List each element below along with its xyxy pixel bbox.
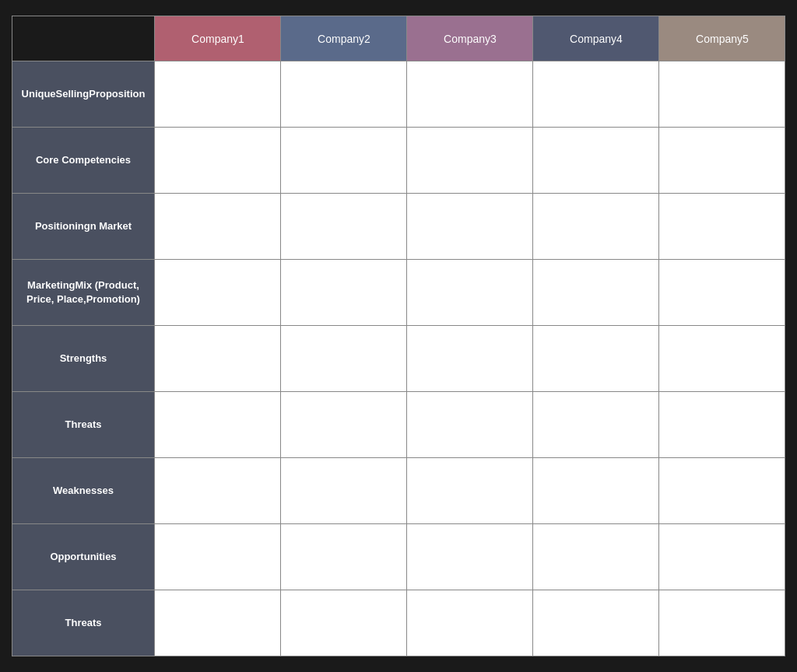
cell-marketing-mix-company2[interactable]	[281, 260, 407, 326]
cell-opportunities-company3[interactable]	[407, 524, 533, 590]
cell-strengths-company5[interactable]	[659, 326, 785, 392]
cell-threats-2-company4[interactable]	[533, 590, 659, 656]
cell-threats-2-company1[interactable]	[155, 590, 281, 656]
row-header-threats-2: Threats	[12, 590, 155, 656]
cell-threats-1-company4[interactable]	[533, 392, 659, 458]
cell-marketing-mix-company5[interactable]	[659, 260, 785, 326]
row-header-threats-1: Threats	[12, 392, 155, 458]
cell-core-competencies-company1[interactable]	[155, 128, 281, 194]
cell-weaknesses-company1[interactable]	[155, 458, 281, 524]
header-company5: Company5	[659, 16, 785, 61]
header-company1: Company1	[155, 16, 281, 61]
table-row: Opportunities	[12, 524, 785, 590]
cell-opportunities-company4[interactable]	[533, 524, 659, 590]
row-header-weaknesses: Weaknesses	[12, 458, 155, 524]
cell-weaknesses-company4[interactable]	[533, 458, 659, 524]
cell-core-competencies-company4[interactable]	[533, 128, 659, 194]
header-empty	[12, 16, 155, 61]
table-row: Core Competencies	[12, 128, 785, 194]
cell-core-competencies-company3[interactable]	[407, 128, 533, 194]
cell-marketing-mix-company3[interactable]	[407, 260, 533, 326]
row-header-core-competencies: Core Competencies	[12, 128, 155, 194]
table-row: Positioningn Market	[12, 194, 785, 260]
header-company3: Company3	[407, 16, 533, 61]
cell-marketing-mix-company4[interactable]	[533, 260, 659, 326]
cell-positioning-market-company4[interactable]	[533, 194, 659, 260]
table-wrapper: Company1 Company2 Company3 Company4 Comp…	[0, 0, 797, 672]
row-header-strengths: Strengths	[12, 326, 155, 392]
row-header-positioning-market: Positioningn Market	[12, 194, 155, 260]
cell-opportunities-company5[interactable]	[659, 524, 785, 590]
cell-threats-1-company2[interactable]	[281, 392, 407, 458]
header-company4: Company4	[533, 16, 659, 61]
cell-core-competencies-company5[interactable]	[659, 128, 785, 194]
cell-threats-1-company3[interactable]	[407, 392, 533, 458]
table-row: Weaknesses	[12, 458, 785, 524]
cell-unique-selling-company1[interactable]	[155, 61, 281, 128]
cell-positioning-market-company5[interactable]	[659, 194, 785, 260]
cell-strengths-company3[interactable]	[407, 326, 533, 392]
cell-unique-selling-company2[interactable]	[281, 61, 407, 128]
cell-weaknesses-company5[interactable]	[659, 458, 785, 524]
cell-marketing-mix-company1[interactable]	[155, 260, 281, 326]
row-header-unique-selling: UniqueSellingProposition	[12, 61, 155, 128]
cell-opportunities-company1[interactable]	[155, 524, 281, 590]
cell-threats-2-company2[interactable]	[281, 590, 407, 656]
cell-threats-1-company1[interactable]	[155, 392, 281, 458]
cell-strengths-company1[interactable]	[155, 326, 281, 392]
cell-unique-selling-company4[interactable]	[533, 61, 659, 128]
table-row: Strengths	[12, 326, 785, 392]
table-row: MarketingMix (Product, Price, Place,Prom…	[12, 260, 785, 326]
cell-unique-selling-company5[interactable]	[659, 61, 785, 128]
table-row: Threats	[12, 590, 785, 656]
cell-positioning-market-company2[interactable]	[281, 194, 407, 260]
cell-positioning-market-company1[interactable]	[155, 194, 281, 260]
cell-threats-1-company5[interactable]	[659, 392, 785, 458]
cell-core-competencies-company2[interactable]	[281, 128, 407, 194]
cell-threats-2-company5[interactable]	[659, 590, 785, 656]
row-header-opportunities: Opportunities	[12, 524, 155, 590]
cell-opportunities-company2[interactable]	[281, 524, 407, 590]
table-row: UniqueSellingProposition	[12, 61, 785, 128]
header-company2: Company2	[281, 16, 407, 61]
cell-unique-selling-company3[interactable]	[407, 61, 533, 128]
table-row: Threats	[12, 392, 785, 458]
cell-threats-2-company3[interactable]	[407, 590, 533, 656]
cell-weaknesses-company3[interactable]	[407, 458, 533, 524]
row-header-marketing-mix: MarketingMix (Product, Price, Place,Prom…	[12, 260, 155, 326]
competitive-analysis-table: Company1 Company2 Company3 Company4 Comp…	[12, 16, 786, 656]
cell-weaknesses-company2[interactable]	[281, 458, 407, 524]
cell-strengths-company2[interactable]	[281, 326, 407, 392]
cell-strengths-company4[interactable]	[533, 326, 659, 392]
cell-positioning-market-company3[interactable]	[407, 194, 533, 260]
